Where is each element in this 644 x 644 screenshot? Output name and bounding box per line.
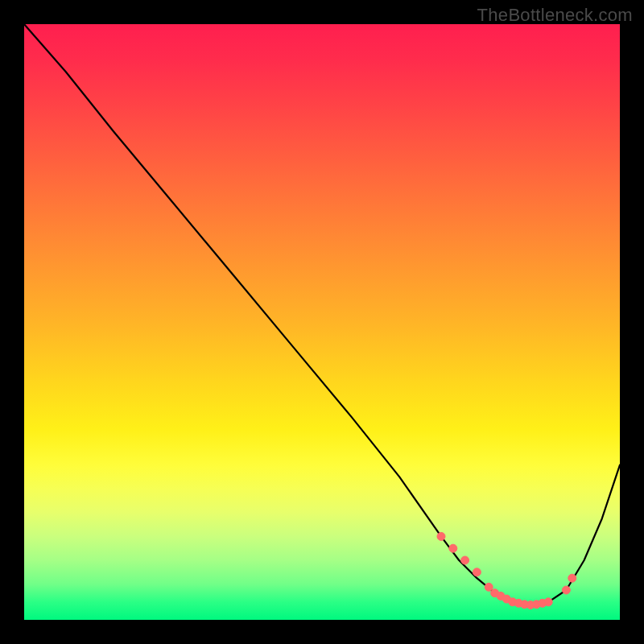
watermark-text: TheBottleneck.com — [477, 5, 633, 26]
marker-dot — [473, 568, 481, 576]
marker-dot — [461, 556, 469, 564]
marker-dot — [485, 583, 493, 591]
curve-layer — [24, 24, 620, 620]
main-curve — [24, 24, 620, 605]
marker-dot — [568, 574, 576, 582]
chart-frame: TheBottleneck.com — [0, 0, 644, 644]
plot-area — [24, 24, 620, 620]
marker-dot — [449, 544, 457, 552]
marker-dot — [544, 598, 552, 606]
marker-dot — [562, 586, 570, 594]
marker-dot — [437, 532, 445, 540]
